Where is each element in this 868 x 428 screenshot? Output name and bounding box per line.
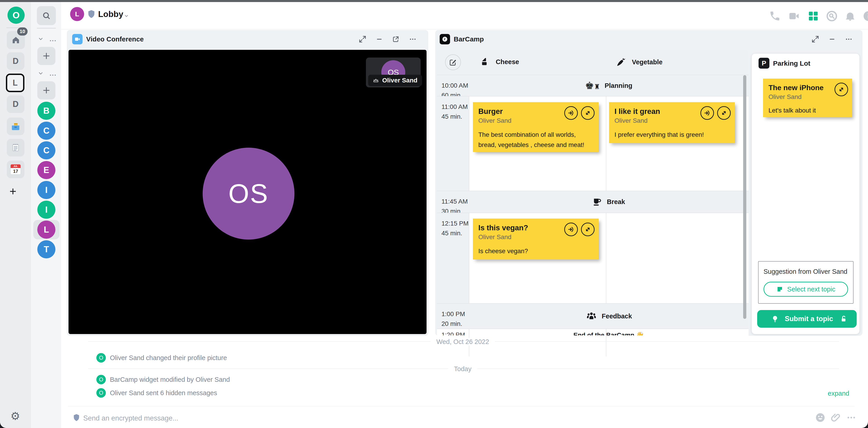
emoji-button[interactable]: [815, 412, 826, 423]
notifications-button[interactable]: [844, 10, 856, 22]
maximize-icon[interactable]: [359, 35, 366, 43]
chess-icon: ♚♜: [585, 81, 600, 91]
submit-topic-button[interactable]: Submit a topic: [757, 310, 857, 328]
parking-note-iphone[interactable]: The new iPhone Oliver Sand Let's talk ab…: [763, 79, 852, 117]
expand-diagonal-icon: [584, 110, 591, 116]
home-icon: [11, 35, 21, 45]
people-icon: [586, 311, 597, 321]
edit-schedule-button[interactable]: [445, 54, 461, 70]
room-avatar-i1[interactable]: I: [37, 181, 55, 199]
space-item-d1[interactable]: D: [7, 52, 24, 70]
apps-icon: [807, 10, 819, 22]
add-space-button[interactable]: +: [9, 184, 16, 198]
expand-diagonal-icon: [838, 86, 845, 93]
minimize-icon[interactable]: [376, 36, 383, 42]
expand-diagonal-icon: [720, 110, 727, 116]
encryption-shield-icon: [88, 10, 95, 18]
composer-more-button[interactable]: [846, 412, 856, 423]
add-room-button-1[interactable]: [37, 47, 55, 65]
row-time: 1:00 PM20 min.: [437, 304, 469, 329]
user-avatar[interactable]: O: [7, 6, 25, 24]
chevron-down-icon: [38, 36, 44, 42]
room-avatar-c2[interactable]: C: [37, 141, 55, 160]
message-input[interactable]: Send an encrypted message...: [83, 414, 178, 422]
voice-call-button[interactable]: [769, 10, 781, 22]
barcamp-widget-icon: [440, 34, 450, 45]
paperclip-icon: [831, 412, 841, 423]
space-item-d2[interactable]: D: [7, 95, 24, 113]
participant-avatar-large: OS: [203, 148, 294, 239]
calendar-icon: JUL 17: [10, 164, 21, 175]
video-call-button[interactable]: [787, 10, 801, 22]
room-section-header-2[interactable]: ...: [38, 69, 57, 77]
more-options-icon: [846, 412, 856, 423]
event-avatar: O: [96, 375, 106, 384]
schedule-scrollbar[interactable]: [743, 75, 746, 319]
chevron-down-icon: [38, 70, 44, 76]
space-item-cardbox[interactable]: [7, 117, 24, 135]
barcamp-widget: BarCamp Cheese Vegetable: [435, 30, 862, 336]
room-menu-chevron-icon[interactable]: [123, 13, 129, 19]
expand-note-button[interactable]: [581, 223, 595, 236]
add-room-button-2[interactable]: [37, 81, 55, 99]
room-avatar-t[interactable]: T: [37, 240, 55, 258]
video-widget-controls: [359, 35, 416, 43]
space-item-l-selected[interactable]: L: [6, 74, 24, 92]
timeline-event[interactable]: O Oliver Sand changed their profile pict…: [96, 353, 227, 363]
participant-name-pill: Oliver Sand: [368, 75, 422, 86]
expand-note-button[interactable]: [717, 106, 731, 120]
moderator-crown-icon: [373, 78, 379, 83]
minimize-icon[interactable]: [829, 36, 835, 42]
parking-icon: P: [758, 58, 769, 68]
schedule-row-planning: 10:00 AM60 min. ♚♜ Planning: [437, 75, 749, 96]
participant-video-tile[interactable]: OS Oliver Sand: [366, 58, 421, 87]
expand-note-button[interactable]: [835, 83, 848, 96]
schedule-topic-button[interactable]: [564, 223, 578, 236]
room-info-button[interactable]: [863, 10, 868, 22]
room-header-avatar[interactable]: L: [70, 7, 84, 21]
open-in-new-icon[interactable]: [392, 35, 399, 43]
select-next-topic-button[interactable]: Select next topic: [764, 282, 848, 297]
space-item-notepad[interactable]: [7, 139, 24, 156]
lightbulb-icon: [771, 315, 779, 323]
gear-icon: ⚙: [10, 410, 20, 422]
date-separator: Wed, Oct 26 2022: [430, 338, 495, 346]
settings-button[interactable]: ⚙: [10, 410, 20, 422]
event-text: BarCamp widget modified by Oliver Sand: [110, 376, 230, 383]
more-options-icon[interactable]: [409, 35, 416, 43]
room-title[interactable]: Lobby: [98, 9, 123, 19]
search-messages-button[interactable]: [826, 10, 838, 22]
room-section-header-1[interactable]: ...: [38, 35, 57, 43]
app-shell: O 10 D L D JUL 17: [0, 2, 868, 428]
search-circle-icon: [826, 10, 838, 22]
plus-icon: [42, 86, 51, 94]
maximize-icon[interactable]: [811, 35, 819, 43]
schedule-topic-button[interactable]: [701, 106, 714, 120]
rooms-rail: ... ... B C C E I I L T: [31, 2, 61, 428]
expand-note-button[interactable]: [581, 106, 595, 120]
assign-arrow-icon: [568, 110, 575, 116]
room-avatar-e[interactable]: E: [37, 161, 55, 179]
expand-link[interactable]: expand: [828, 390, 849, 397]
topic-note-burger[interactable]: Burger Oliver Sand The best combination …: [473, 102, 599, 152]
timeline-event[interactable]: O BarCamp widget modified by Oliver Sand: [96, 375, 230, 384]
topic-note-green[interactable]: I like it grean Oliver Sand I prefer eve…: [609, 102, 735, 143]
attachment-button[interactable]: [831, 412, 841, 423]
room-avatar-c1[interactable]: C: [37, 122, 55, 140]
date-separator: Today: [448, 365, 477, 373]
search-button[interactable]: [37, 6, 56, 25]
topic-note-vegan[interactable]: Is this vegan? Oliver Sand Is cheese veg…: [473, 219, 599, 259]
timeline-event[interactable]: O Oliver Sand sent 6 hidden messages: [96, 388, 217, 398]
unlocked-icon: [839, 315, 848, 323]
phone-icon: [769, 10, 781, 22]
room-avatar-i2[interactable]: I: [37, 201, 55, 219]
room-avatar-l-selected[interactable]: L: [37, 221, 55, 239]
more-options-icon[interactable]: [845, 35, 852, 43]
widgets-apps-button[interactable]: [807, 10, 819, 22]
space-item-calendar[interactable]: JUL 17: [7, 161, 24, 178]
row-time: 12:15 PM45 min.: [437, 213, 469, 303]
schedule-topic-button[interactable]: [564, 106, 578, 120]
room-avatar-b[interactable]: B: [37, 102, 55, 120]
emoji-icon: [815, 412, 826, 423]
schedule-row-break: 11:45 AM30 min. Break: [437, 191, 749, 212]
